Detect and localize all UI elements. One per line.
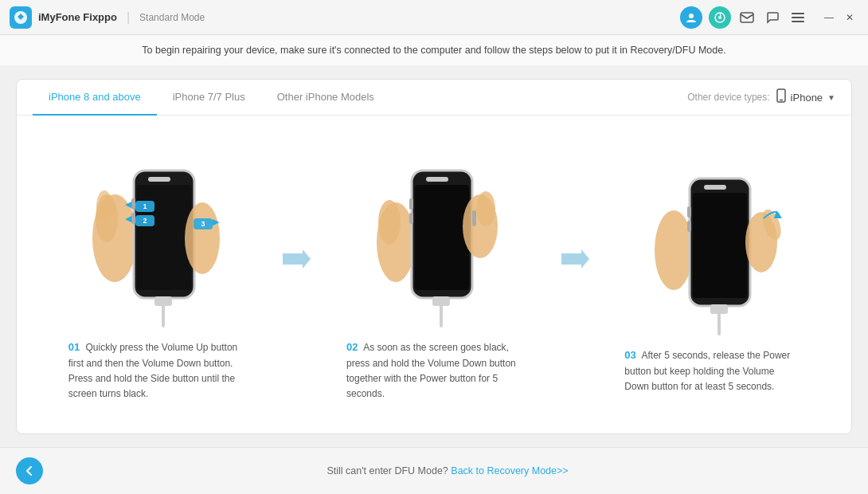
main-content: iPhone 8 and above iPhone 7/7 Plus Other…: [0, 66, 868, 447]
device-type-dropdown[interactable]: iPhone ▼: [776, 88, 835, 106]
step-2-number: 02: [346, 341, 358, 353]
step-2: 02 As soon as the screen goes black, pre…: [319, 147, 549, 402]
cant-enter-text: Still can't enter DFU Mode?: [326, 465, 448, 476]
svg-point-32: [378, 200, 401, 245]
svg-rect-38: [409, 198, 413, 210]
svg-point-41: [476, 191, 495, 226]
svg-rect-47: [693, 193, 747, 298]
svg-rect-18: [131, 198, 135, 210]
step-3: 03 After 5 seconds, release the Power bu…: [597, 155, 827, 394]
chat-icon[interactable]: [763, 8, 782, 27]
svg-point-24: [185, 202, 220, 274]
svg-text:◀: ◀: [125, 199, 132, 209]
step-1-text: Quickly press the Volume Up button first…: [68, 342, 238, 399]
svg-text:2: 2: [143, 217, 147, 225]
svg-rect-7: [792, 21, 804, 22]
step-3-illustration: [632, 155, 792, 338]
svg-rect-51: [687, 221, 691, 232]
svg-rect-14: [148, 177, 170, 182]
svg-text:▶: ▶: [213, 217, 220, 226]
step-2-text: As soon as the screen goes black, press …: [346, 342, 516, 399]
svg-marker-30: [283, 249, 311, 269]
step-1-number: 01: [68, 341, 80, 353]
window-controls: — ✕: [820, 9, 858, 26]
steps-area: 1 2 3 ◀ ◀ ▶: [17, 116, 851, 433]
svg-marker-43: [561, 249, 589, 269]
arrow-1: [271, 247, 319, 271]
svg-rect-4: [741, 13, 753, 22]
svg-point-44: [655, 210, 693, 290]
svg-point-12: [96, 190, 112, 222]
recovery-link[interactable]: Back to Recovery Mode>>: [451, 465, 568, 476]
tab-iphone7[interactable]: iPhone 7/7 Plus: [157, 80, 261, 116]
svg-text:3: 3: [201, 220, 205, 228]
app-name: iMyFone Fixppo: [38, 11, 117, 23]
svg-text:1: 1: [143, 202, 147, 210]
tab-iphone8[interactable]: iPhone 8 and above: [33, 80, 157, 116]
svg-rect-19: [131, 213, 135, 224]
step-3-desc: 03 After 5 seconds, release the Power bu…: [624, 347, 800, 394]
main-card: iPhone 8 and above iPhone 7/7 Plus Other…: [16, 79, 852, 434]
step-2-desc: 02 As soon as the screen goes black, pre…: [346, 339, 522, 402]
step-3-number: 03: [624, 349, 635, 361]
tabs-row: iPhone 8 and above iPhone 7/7 Plus Other…: [17, 80, 851, 116]
dropdown-arrow-icon: ▼: [827, 93, 835, 102]
step-2-illustration: [354, 147, 514, 330]
user-icon-button[interactable]: [680, 6, 702, 29]
title-separator: |: [127, 10, 130, 25]
notice-text: To begin repairing your device, make sur…: [142, 45, 725, 56]
titlebar-icons: — ✕: [680, 6, 858, 29]
svg-rect-46: [704, 185, 726, 190]
svg-rect-35: [415, 185, 469, 290]
mail-icon[interactable]: [737, 8, 757, 27]
svg-point-3: [718, 16, 721, 19]
arrow-2: [549, 247, 597, 271]
tab-other[interactable]: Other iPhone Models: [261, 80, 390, 116]
device-phone-icon: [776, 88, 786, 106]
close-button[interactable]: ✕: [841, 9, 858, 26]
svg-point-1: [689, 14, 694, 18]
menu-icon[interactable]: [788, 8, 807, 27]
svg-rect-39: [409, 213, 413, 224]
bottom-center-text: Still can't enter DFU Mode? Back to Reco…: [43, 465, 852, 476]
svg-rect-15: [137, 185, 191, 290]
svg-rect-50: [687, 206, 691, 218]
step-1: 1 2 3 ◀ ◀ ▶: [41, 147, 271, 402]
mode-label: Standard Mode: [139, 12, 680, 23]
svg-rect-34: [426, 177, 448, 182]
svg-text:◀: ◀: [125, 214, 132, 223]
svg-rect-6: [792, 17, 804, 18]
titlebar: iMyFone Fixppo | Standard Mode: [0, 0, 868, 35]
bottom-bar: Still can't enter DFU Mode? Back to Reco…: [0, 447, 868, 494]
app-logo: [10, 6, 32, 29]
device-type-value: iPhone: [791, 92, 823, 104]
step-1-desc: 01 Quickly press the Volume Up button fi…: [68, 339, 244, 402]
minimize-button[interactable]: —: [820, 9, 838, 26]
back-button[interactable]: [16, 457, 43, 484]
svg-rect-5: [792, 13, 804, 14]
svg-rect-42: [472, 210, 476, 226]
phones-row: 1 2 3 ◀ ◀ ▶: [41, 131, 827, 418]
step-1-illustration: 1 2 3 ◀ ◀ ▶: [76, 147, 236, 330]
step-3-text: After 5 seconds, release the Power butto…: [624, 350, 790, 392]
device-type-label: Other device types:: [687, 92, 769, 103]
music-icon-button[interactable]: [709, 6, 731, 29]
notice-bar: To begin repairing your device, make sur…: [0, 35, 868, 66]
